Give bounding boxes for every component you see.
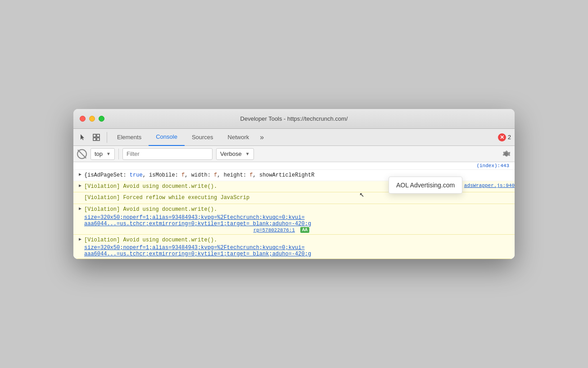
console-text-3: [Violation] Forced reflow while executin… bbox=[84, 194, 249, 202]
console-row-5[interactable]: ▶ [Violation] Avoid using document.write… bbox=[73, 235, 515, 259]
source-link-2[interactable]: adsWrapper.js:940 bbox=[464, 182, 515, 188]
file-ref-4[interactable]: rp=578022876:1 bbox=[253, 227, 295, 233]
window-title: Developer Tools - https://techcrunch.com… bbox=[240, 115, 348, 122]
expand-icon-4[interactable]: ▶ bbox=[77, 205, 83, 211]
error-badge[interactable]: ✕ 2 bbox=[498, 133, 511, 141]
devtools-window: Developer Tools - https://techcrunch.com… bbox=[73, 109, 515, 259]
expand-icon-1[interactable]: ▶ bbox=[77, 171, 83, 177]
error-count: 2 bbox=[508, 134, 511, 141]
console-link-4b[interactable]: size=320x50;noperf=1;alias=93484943;kvpg… bbox=[84, 214, 305, 221]
svg-rect-0 bbox=[93, 134, 96, 137]
settings-button[interactable] bbox=[501, 149, 511, 159]
tab-separator bbox=[107, 132, 107, 143]
expand-icon-2[interactable]: ▶ bbox=[77, 182, 83, 188]
console-toolbar: top ▼ Verbose ▼ bbox=[73, 146, 515, 162]
aa-badge-4: AA bbox=[300, 227, 309, 233]
error-icon: ✕ bbox=[498, 133, 506, 141]
inspect-icon[interactable] bbox=[90, 132, 102, 143]
maximize-button[interactable] bbox=[99, 116, 104, 122]
log-level-dropdown[interactable]: Verbose ▼ bbox=[216, 148, 254, 160]
title-bar: Developer Tools - https://techcrunch.com… bbox=[73, 109, 515, 129]
tab-console[interactable]: Console bbox=[149, 129, 185, 146]
console-row-4[interactable]: ▶ [Violation] Avoid using document.write… bbox=[73, 204, 515, 234]
verbose-chevron-icon: ▼ bbox=[245, 151, 250, 156]
tab-sources[interactable]: Sources bbox=[185, 129, 221, 146]
console-row-2[interactable]: ▶ [Violation] Avoid using document.write… bbox=[73, 181, 515, 192]
chevron-down-icon: ▼ bbox=[106, 151, 111, 156]
tab-more-button[interactable]: » bbox=[256, 129, 267, 146]
no-entry-icon bbox=[77, 149, 87, 159]
index-link[interactable]: (index):443 bbox=[476, 163, 509, 168]
filter-input[interactable] bbox=[122, 148, 213, 160]
tab-elements[interactable]: Elements bbox=[110, 129, 149, 146]
context-dropdown[interactable]: top ▼ bbox=[90, 148, 115, 160]
minimize-button[interactable] bbox=[89, 116, 95, 122]
aa-tooltip: AOL Advertising.com bbox=[389, 177, 462, 194]
clear-console-button[interactable] bbox=[77, 149, 87, 159]
svg-rect-2 bbox=[93, 138, 96, 141]
console-link-5b[interactable]: size=320x50;noperf=1;alias=93484943;kvpg… bbox=[84, 245, 305, 251]
tab-bar: Elements Console Sources Network » ✕ 2 bbox=[73, 129, 515, 146]
console-text-5a: [Violation] Avoid using document.write()… bbox=[84, 236, 217, 245]
console-row-3[interactable]: [Violation] Forced reflow while executin… bbox=[73, 192, 515, 204]
traffic-lights bbox=[80, 116, 104, 122]
console-link-5c[interactable]: aaa6044...=us.tchcr;extmirroring=0;kvtil… bbox=[84, 251, 311, 257]
index-link-row: (index):443 bbox=[73, 162, 515, 170]
tab-bar-right: ✕ 2 bbox=[498, 133, 511, 141]
cursor-icon[interactable] bbox=[77, 132, 89, 143]
tab-network[interactable]: Network bbox=[221, 129, 257, 146]
expand-icon-5[interactable]: ▶ bbox=[77, 236, 83, 242]
toolbar-divider bbox=[118, 149, 119, 159]
svg-rect-1 bbox=[97, 134, 100, 137]
console-output: (index):443 ▶ {isAdPageSet: true, isMobi… bbox=[73, 162, 515, 259]
close-button[interactable] bbox=[80, 116, 86, 122]
console-text-4a: [Violation] Avoid using document.write()… bbox=[84, 205, 217, 214]
svg-rect-3 bbox=[97, 138, 100, 141]
console-link-4c[interactable]: aaa6044...=us.tchcr;extmirroring=0;kvtil… bbox=[84, 221, 311, 227]
